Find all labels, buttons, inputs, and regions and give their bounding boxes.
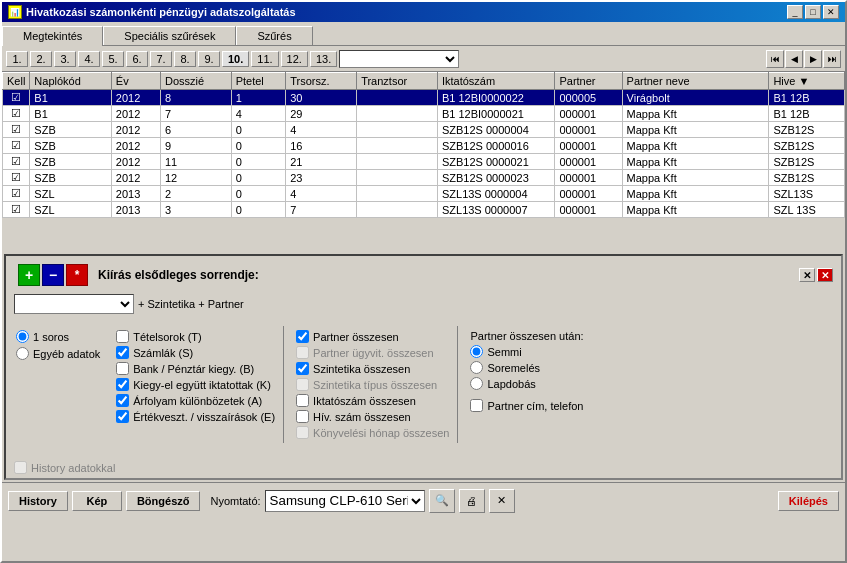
nav-btn-12[interactable]: 12. [281,51,308,67]
chk-konyvhonap-input[interactable] [296,426,309,439]
nav-btn-1[interactable]: 1. [6,51,28,67]
nav-btn-13[interactable]: 13. [310,51,337,67]
tab-specialis[interactable]: Speciális szűrések [103,26,236,45]
chk-partner-osszesen[interactable]: Partner összesen [296,330,449,343]
nav-prev-button[interactable]: ◀ [785,50,803,68]
chk-konyvhonap[interactable]: Könyvelési hónap összesen [296,426,449,439]
table-row[interactable]: ☑SZL2013307SZL13S 0000007000001Mappa Kft… [3,202,845,218]
nav-filter-dropdown[interactable] [339,50,459,68]
radio-soremelés[interactable]: Soremelés [470,361,592,374]
col-ev[interactable]: Év [111,73,160,90]
chk-history-label: History adatokkal [31,462,115,474]
table-row[interactable]: ☑B120128130B1 12BI0000022000005Virágbolt… [3,90,845,106]
radio-lapdobas-input[interactable] [470,377,483,390]
col-tranztsor[interactable]: Tranztsor [357,73,438,90]
printer-dropdown[interactable]: Samsung CLP-610 Series [265,490,425,512]
table-row[interactable]: ☑SZL2013204SZL13S 0000004000001Mappa Kft… [3,186,845,202]
col-hive[interactable]: Hive ▼ [769,73,845,90]
col-iktato[interactable]: Iktatószám [437,73,554,90]
remove-button[interactable]: − [42,264,64,286]
col-naplo[interactable]: Naplókód [30,73,111,90]
chk-kiegy[interactable]: Kiegy-el együtt iktatottak (K) [116,378,275,391]
minimize-button[interactable]: _ [787,5,803,19]
chk-tetelsorok-input[interactable] [116,330,129,343]
panel-close-x-button[interactable]: ✕ [799,268,815,282]
table-row[interactable]: ☑SZB20129016SZB12S 0000016000001Mappa Kf… [3,138,845,154]
chk-iktato-osszesen-input[interactable] [296,394,309,407]
col-kell[interactable]: Kell [3,73,30,90]
bongeszo-button[interactable]: Böngésző [126,491,201,511]
chk-hiv-szam[interactable]: Hív. szám összesen [296,410,449,423]
chk-partner-cim[interactable]: Partner cím, telefon [470,399,592,412]
radio-egyeb-input[interactable] [16,347,29,360]
print-button[interactable]: 🖨 [459,489,485,513]
radio-semmi[interactable]: Semmi [470,345,592,358]
chk-partner-osszesen-input[interactable] [296,330,309,343]
panel-close-x2-button[interactable]: ✕ [817,268,833,282]
chk-partner-ugyv[interactable]: Partner ügyvit. összesen [296,346,449,359]
table-scroll-area[interactable]: Kell Naplókód Év Dosszié Ptetel Trsorsz.… [2,72,845,252]
col-partner[interactable]: Partner [555,73,622,90]
nav-btn-6[interactable]: 6. [126,51,148,67]
radio-egyeb[interactable]: Egyéb adatok [16,347,100,360]
radio-lapdobas[interactable]: Lapdobás [470,377,592,390]
chk-hiv-szam-input[interactable] [296,410,309,423]
col-partner-nev[interactable]: Partner neve [622,73,769,90]
nav-btn-4[interactable]: 4. [78,51,100,67]
chk-kiegy-input[interactable] [116,378,129,391]
table-row[interactable]: ☑SZB201211021SZB12S 0000021000001Mappa K… [3,154,845,170]
tab-szures[interactable]: Szűrés [236,26,312,45]
nav-btn-11[interactable]: 11. [251,51,278,67]
add-button[interactable]: + [18,264,40,286]
chk-szint-tipus[interactable]: Szintetika típus összesen [296,378,449,391]
radio-1soros-input[interactable] [16,330,29,343]
print-preview-button[interactable]: 🔍 [429,489,455,513]
radio-soremeles-input[interactable] [470,361,483,374]
radio-1soros[interactable]: 1 soros [16,330,100,343]
chk-ertekv[interactable]: Értékveszt. / visszaírások (E) [116,410,275,423]
sort-dropdown[interactable] [14,294,134,314]
close-button[interactable]: ✕ [823,5,839,19]
chk-history[interactable]: History adatokkal [14,461,833,474]
chk-arfolyam-input[interactable] [116,394,129,407]
chk-szint-tipus-input[interactable] [296,378,309,391]
chk-szint-osszesen[interactable]: Szintetika összesen [296,362,449,375]
radio-semmi-input[interactable] [470,345,483,358]
chk-szint-osszesen-input[interactable] [296,362,309,375]
maximize-button[interactable]: □ [805,5,821,19]
star-button[interactable]: * [66,264,88,286]
nav-btn-9[interactable]: 9. [198,51,220,67]
nav-btn-7[interactable]: 7. [150,51,172,67]
nav-btn-5[interactable]: 5. [102,51,124,67]
col-ptetel[interactable]: Ptetel [231,73,286,90]
nav-btn-8[interactable]: 8. [174,51,196,67]
table-row[interactable]: ☑B120127429B1 12BI0000021000001Mappa Kft… [3,106,845,122]
chk-szamlak[interactable]: Számlák (S) [116,346,275,359]
partner-after-title: Partner összesen után: [470,330,592,342]
chk-bank[interactable]: Bank / Pénztár kiegy. (B) [116,362,275,375]
chk-history-input[interactable] [14,461,27,474]
history-button[interactable]: History [8,491,68,511]
chk-szamlak-input[interactable] [116,346,129,359]
kep-button[interactable]: Kép [72,491,122,511]
col-trsorsz[interactable]: Trsorsz. [286,73,357,90]
table-row[interactable]: ☑SZB201212023SZB12S 0000023000001Mappa K… [3,170,845,186]
chk-bank-input[interactable] [116,362,129,375]
col-dosszie[interactable]: Dosszié [160,73,231,90]
nav-first-button[interactable]: ⏮ [766,50,784,68]
chk-partner-ugyv-input[interactable] [296,346,309,359]
chk-partner-cim-input[interactable] [470,399,483,412]
export-button[interactable]: ✕ [489,489,515,513]
nav-last-button[interactable]: ⏭ [823,50,841,68]
nav-next-button[interactable]: ▶ [804,50,822,68]
table-row[interactable]: ☑SZB2012604SZB12S 0000004000001Mappa Kft… [3,122,845,138]
nav-btn-3[interactable]: 3. [54,51,76,67]
chk-iktato-osszesen[interactable]: Iktatószám összesen [296,394,449,407]
nav-btn-2[interactable]: 2. [30,51,52,67]
chk-tetelsorok[interactable]: Tételsorok (T) [116,330,275,343]
kilepés-button[interactable]: Kilépés [778,491,839,511]
nav-btn-10[interactable]: 10. [222,51,249,67]
chk-arfolyam[interactable]: Árfolyam különbözetek (A) [116,394,275,407]
chk-ertekv-input[interactable] [116,410,129,423]
tab-megtekintes[interactable]: Megtekintés [2,26,103,46]
